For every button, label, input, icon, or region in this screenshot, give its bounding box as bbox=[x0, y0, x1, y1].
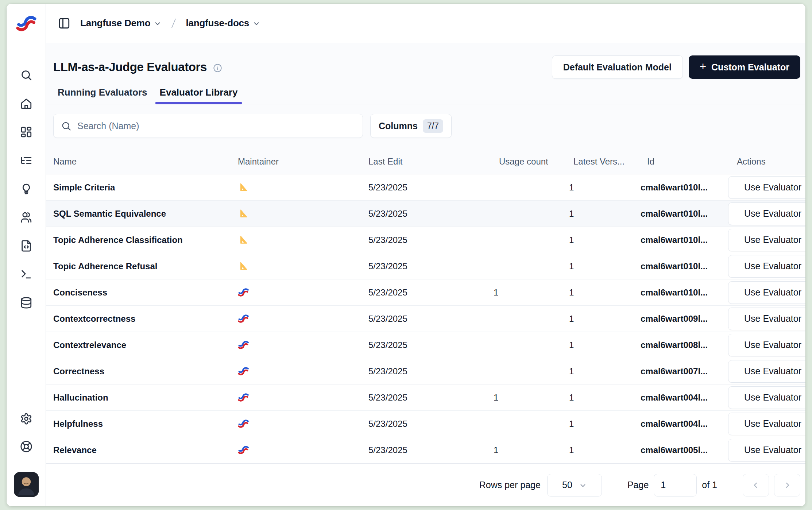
settings-gear-icon[interactable] bbox=[18, 411, 34, 427]
table-row[interactable]: Simple Criteria 5/23/2025 1 cmal6wart010… bbox=[46, 174, 805, 201]
table-row[interactable]: Helpfulness 5/23/2025 1 cmal6wart004l...… bbox=[46, 411, 805, 437]
column-header: Latest Vers... bbox=[569, 157, 635, 167]
table-row[interactable]: Conciseness 5/23/2025 1 1 cmal6wart010l.… bbox=[46, 279, 805, 306]
langfuse-maintainer-icon bbox=[238, 314, 249, 324]
langfuse-maintainer-icon bbox=[238, 287, 249, 297]
table-row[interactable]: Topic Adherence Refusal 5/23/2025 1 cmal… bbox=[46, 253, 805, 279]
last-edit-value: 5/23/2025 bbox=[368, 366, 407, 376]
org-name: Langfuse Demo bbox=[80, 18, 150, 29]
previous-page-button[interactable] bbox=[743, 474, 769, 497]
last-edit-value: 5/23/2025 bbox=[368, 340, 407, 350]
rows-per-page-label: Rows per page bbox=[479, 480, 541, 490]
table-header-row: NameMaintainerLast EditUsage countLatest… bbox=[46, 149, 805, 174]
evaluator-id: cmal6wart009l... bbox=[641, 314, 708, 324]
column-header: Last Edit bbox=[368, 157, 463, 167]
table-row[interactable]: Topic Adherence Classification 5/23/2025… bbox=[46, 227, 805, 253]
table-row[interactable]: Contextcorrectness 5/23/2025 1 cmal6wart… bbox=[46, 306, 805, 332]
plus-icon: + bbox=[700, 60, 706, 73]
rows-per-page-value: 50 bbox=[562, 480, 572, 490]
evaluator-name: Correctness bbox=[53, 366, 104, 376]
page-number-input[interactable] bbox=[654, 474, 697, 497]
rows-per-page-select[interactable]: 50 bbox=[547, 474, 602, 497]
use-evaluator-button[interactable]: Use Evaluator bbox=[728, 176, 805, 199]
info-icon[interactable] bbox=[213, 63, 223, 73]
use-evaluator-button[interactable]: Use Evaluator bbox=[728, 360, 805, 383]
usage-count-value: 1 bbox=[494, 287, 498, 297]
search-box bbox=[53, 114, 363, 138]
page-content: LLM-as-a-Judge Evaluators Default Evalua… bbox=[46, 43, 805, 506]
use-evaluator-button[interactable]: Use Evaluator bbox=[728, 308, 805, 330]
ragas-maintainer-icon bbox=[238, 235, 249, 245]
evaluator-name: Topic Adherence Classification bbox=[53, 235, 183, 245]
evaluator-id: cmal6wart010l... bbox=[641, 261, 708, 271]
breadcrumb-slash-icon bbox=[168, 17, 179, 30]
columns-button[interactable]: Columns 7/7 bbox=[370, 114, 452, 138]
search-icon[interactable] bbox=[18, 67, 34, 83]
last-edit-value: 5/23/2025 bbox=[368, 445, 407, 455]
evaluator-id: cmal6wart010l... bbox=[641, 182, 708, 192]
terminal-icon[interactable] bbox=[18, 266, 34, 282]
table-row[interactable]: SQL Semantic Equivalence 5/23/2025 1 cma… bbox=[46, 201, 805, 227]
evaluator-id: cmal6wart004l... bbox=[641, 393, 708, 402]
use-evaluator-button[interactable]: Use Evaluator bbox=[728, 386, 805, 409]
evaluator-name: SQL Semantic Equivalence bbox=[53, 209, 166, 219]
pagination-footer: Rows per page 50 Page of 1 bbox=[46, 463, 805, 506]
lightbulb-icon[interactable] bbox=[18, 181, 34, 197]
langfuse-maintainer-icon bbox=[238, 445, 249, 455]
page-label: Page bbox=[627, 480, 649, 490]
langfuse-maintainer-icon bbox=[238, 366, 249, 376]
file-code-icon[interactable] bbox=[18, 238, 34, 254]
last-edit-value: 5/23/2025 bbox=[368, 419, 407, 429]
dashboard-grid-icon[interactable] bbox=[18, 124, 34, 140]
evaluator-name: Hallucination bbox=[53, 393, 108, 402]
table-row[interactable]: Hallucination 5/23/2025 1 1 cmal6wart004… bbox=[46, 385, 805, 411]
latest-version-value: 1 bbox=[569, 287, 574, 297]
use-evaluator-button[interactable]: Use Evaluator bbox=[728, 334, 805, 356]
search-input[interactable] bbox=[77, 121, 355, 131]
latest-version-value: 1 bbox=[569, 209, 574, 219]
chevron-left-icon bbox=[751, 481, 760, 490]
langfuse-maintainer-icon bbox=[238, 340, 249, 350]
ragas-maintainer-icon bbox=[238, 261, 249, 271]
table-body: Simple Criteria 5/23/2025 1 cmal6wart010… bbox=[46, 174, 805, 463]
sidebar-toggle-icon[interactable] bbox=[56, 15, 72, 31]
tracing-tree-icon[interactable] bbox=[18, 152, 34, 169]
latest-version-value: 1 bbox=[569, 182, 574, 192]
last-edit-value: 5/23/2025 bbox=[368, 261, 407, 271]
evaluator-name: Relevance bbox=[53, 445, 97, 455]
tab-running-evaluators[interactable]: Running Evaluators bbox=[53, 87, 152, 104]
home-icon[interactable] bbox=[18, 96, 34, 112]
use-evaluator-button[interactable]: Use Evaluator bbox=[728, 281, 805, 304]
use-evaluator-button[interactable]: Use Evaluator bbox=[728, 229, 805, 251]
table-row[interactable]: Relevance 5/23/2025 1 1 cmal6wart005l...… bbox=[46, 437, 805, 463]
latest-version-value: 1 bbox=[569, 419, 574, 429]
chevron-right-icon bbox=[783, 481, 792, 490]
chevron-down-icon bbox=[154, 20, 162, 28]
page-title: LLM-as-a-Judge Evaluators bbox=[53, 60, 207, 74]
usage-count-value: 1 bbox=[494, 393, 498, 402]
evaluator-id: cmal6wart005l... bbox=[641, 445, 708, 455]
search-icon bbox=[61, 121, 71, 131]
last-edit-value: 5/23/2025 bbox=[368, 287, 407, 297]
ragas-maintainer-icon bbox=[238, 209, 249, 219]
org-switcher[interactable]: Langfuse Demo bbox=[80, 18, 162, 29]
default-evaluation-model-button[interactable]: Default Evaluation Model bbox=[552, 55, 683, 79]
langfuse-logo[interactable] bbox=[7, 4, 46, 43]
table-row[interactable]: Correctness 5/23/2025 1 cmal6wart007l...… bbox=[46, 358, 805, 385]
use-evaluator-button[interactable]: Use Evaluator bbox=[728, 202, 805, 225]
users-icon[interactable] bbox=[18, 209, 34, 225]
tab-evaluator-library[interactable]: Evaluator Library bbox=[155, 87, 242, 104]
use-evaluator-button[interactable]: Use Evaluator bbox=[728, 413, 805, 435]
user-avatar[interactable] bbox=[14, 472, 39, 497]
table-row[interactable]: Contextrelevance 5/23/2025 1 cmal6wart00… bbox=[46, 332, 805, 358]
column-header: Id bbox=[635, 157, 718, 167]
last-edit-value: 5/23/2025 bbox=[368, 314, 407, 324]
use-evaluator-button[interactable]: Use Evaluator bbox=[728, 255, 805, 278]
page-total: of 1 bbox=[702, 480, 717, 490]
support-lifebuoy-icon[interactable] bbox=[18, 438, 34, 455]
project-switcher[interactable]: langfuse-docs bbox=[186, 18, 260, 29]
next-page-button[interactable] bbox=[774, 474, 800, 497]
use-evaluator-button[interactable]: Use Evaluator bbox=[728, 439, 805, 461]
custom-evaluator-button[interactable]: + Custom Evaluator bbox=[689, 55, 800, 79]
database-icon[interactable] bbox=[18, 295, 34, 311]
